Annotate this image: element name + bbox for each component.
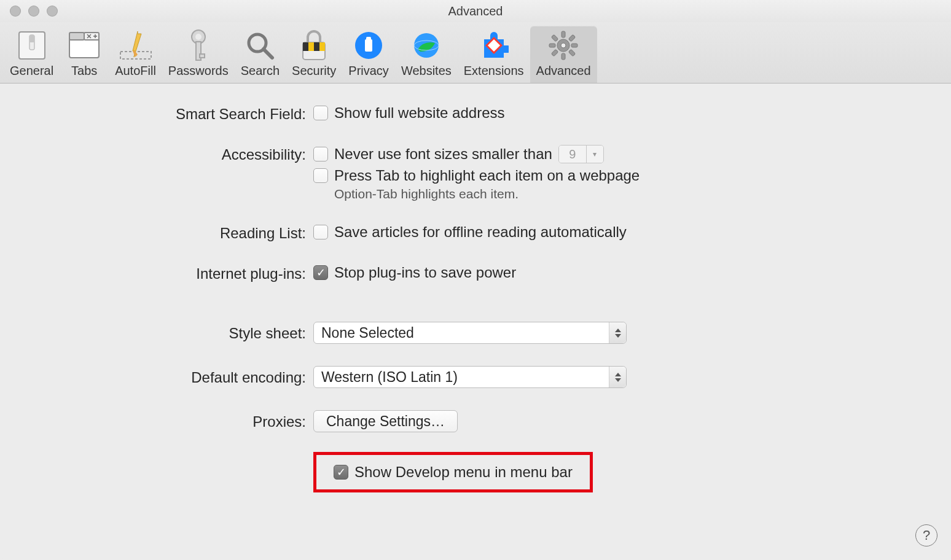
- popup-arrows-icon: [609, 367, 626, 387]
- svg-rect-34: [549, 44, 555, 47]
- tab-security[interactable]: Security: [286, 26, 342, 83]
- checkbox-icon: [313, 106, 328, 120]
- svg-rect-4: [69, 33, 84, 40]
- never-smaller-font-checkbox[interactable]: Never use font sizes smaller than: [313, 146, 552, 163]
- tab-general[interactable]: General: [4, 26, 60, 83]
- help-icon: ?: [923, 527, 930, 543]
- checkbox-icon: [313, 265, 328, 280]
- style-sheet-popup[interactable]: None Selected: [313, 322, 627, 344]
- press-tab-highlight-checkbox[interactable]: Press Tab to highlight each item on a we…: [313, 167, 640, 184]
- stepper-value: 9: [559, 146, 586, 163]
- svg-rect-22: [314, 42, 319, 51]
- popup-value: Western (ISO Latin 1): [321, 369, 458, 386]
- checkbox-icon: [313, 225, 328, 239]
- svg-rect-33: [562, 53, 565, 60]
- popup-arrows-icon: [609, 322, 626, 343]
- tab-autofill[interactable]: AutoFill: [109, 26, 162, 83]
- svg-rect-35: [571, 44, 577, 47]
- svg-rect-39: [551, 49, 558, 56]
- tab-label: Tabs: [71, 64, 97, 78]
- smart-search-section-label: Smart Search Field:: [0, 104, 313, 123]
- tab-advanced[interactable]: Advanced: [530, 26, 597, 83]
- websites-icon: [412, 28, 441, 63]
- tab-label: Passwords: [168, 64, 229, 78]
- tab-extensions[interactable]: Extensions: [458, 26, 530, 83]
- tab-label: AutoFill: [115, 64, 156, 78]
- accessibility-hint: Option-Tab highlights each item.: [334, 187, 640, 201]
- show-full-address-checkbox[interactable]: Show full website address: [313, 104, 504, 122]
- privacy-icon: [354, 28, 383, 63]
- advanced-icon: [548, 28, 579, 63]
- style-sheet-label: Style sheet:: [0, 324, 313, 342]
- zoom-window-button[interactable]: [47, 6, 58, 17]
- accessibility-section-label: Accessibility:: [0, 145, 313, 163]
- svg-line-18: [264, 49, 272, 58]
- advanced-pane: Smart Search Field: Show full website ad…: [0, 84, 951, 560]
- tabs-icon: [69, 28, 100, 63]
- checkbox-icon: [313, 147, 328, 161]
- tab-label: Privacy: [348, 64, 389, 78]
- tab-label: Websites: [401, 64, 452, 78]
- proxies-label: Proxies:: [0, 412, 313, 430]
- minimum-font-size-stepper[interactable]: 9 ▾: [558, 145, 604, 163]
- svg-rect-24: [365, 39, 372, 52]
- tab-passwords[interactable]: Passwords: [162, 26, 235, 83]
- preferences-toolbar: General Tabs: [0, 22, 951, 84]
- security-icon: [300, 28, 327, 63]
- tab-label: Advanced: [536, 64, 591, 78]
- checkbox-icon: [313, 168, 328, 183]
- plugins-section-label: Internet plug-ins:: [0, 264, 313, 282]
- window-title: Advanced: [0, 4, 951, 18]
- svg-point-31: [561, 43, 566, 48]
- close-window-button[interactable]: [10, 6, 21, 17]
- tab-label: General: [10, 64, 53, 78]
- minimize-window-button[interactable]: [28, 6, 39, 17]
- svg-rect-36: [551, 34, 558, 41]
- general-icon: [18, 28, 45, 63]
- show-develop-menu-checkbox[interactable]: Show Develop menu in menu bar: [334, 464, 573, 481]
- traffic-lights: [10, 6, 58, 17]
- help-button[interactable]: ?: [915, 524, 937, 546]
- svg-rect-37: [568, 49, 575, 56]
- chevron-down-icon: ▾: [586, 146, 603, 163]
- autofill-icon: [119, 28, 152, 63]
- button-label: Change Settings…: [326, 413, 445, 430]
- tab-tabs[interactable]: Tabs: [60, 26, 109, 83]
- svg-marker-12: [133, 51, 138, 57]
- svg-rect-16: [200, 54, 205, 58]
- checkbox-icon: [334, 465, 348, 480]
- extensions-icon: [479, 28, 509, 63]
- stop-plugins-checkbox[interactable]: Stop plug-ins to save power: [313, 264, 516, 281]
- reading-list-section-label: Reading List:: [0, 224, 313, 242]
- popup-value: None Selected: [321, 325, 414, 341]
- checkbox-label: Save articles for offline reading automa…: [334, 224, 627, 241]
- default-encoding-label: Default encoding:: [0, 368, 313, 386]
- titlebar: Advanced: [0, 0, 951, 22]
- checkbox-label: Never use font sizes smaller than: [334, 146, 552, 163]
- svg-rect-25: [366, 37, 371, 41]
- tab-label: Extensions: [464, 64, 524, 78]
- passwords-icon: [188, 28, 209, 63]
- checkbox-label: Stop plug-ins to save power: [334, 264, 516, 281]
- preferences-window: Advanced General: [0, 0, 951, 560]
- checkbox-label: Show full website address: [334, 104, 504, 122]
- default-encoding-popup[interactable]: Western (ISO Latin 1): [313, 366, 627, 388]
- checkbox-label: Press Tab to highlight each item on a we…: [334, 167, 640, 184]
- tab-search[interactable]: Search: [235, 26, 286, 83]
- save-offline-checkbox[interactable]: Save articles for offline reading automa…: [313, 224, 627, 241]
- tab-privacy[interactable]: Privacy: [342, 26, 395, 83]
- checkbox-label: Show Develop menu in menu bar: [354, 464, 573, 481]
- change-proxies-button[interactable]: Change Settings…: [313, 410, 458, 432]
- tab-websites[interactable]: Websites: [395, 26, 458, 83]
- tab-label: Search: [241, 64, 280, 78]
- svg-rect-32: [562, 31, 565, 37]
- develop-menu-highlight: Show Develop menu in menu bar: [313, 452, 593, 492]
- svg-point-14: [195, 34, 202, 40]
- search-icon: [245, 28, 275, 63]
- tab-label: Security: [292, 64, 336, 78]
- svg-rect-38: [568, 34, 575, 41]
- svg-rect-21: [303, 42, 308, 51]
- svg-rect-2: [29, 35, 34, 42]
